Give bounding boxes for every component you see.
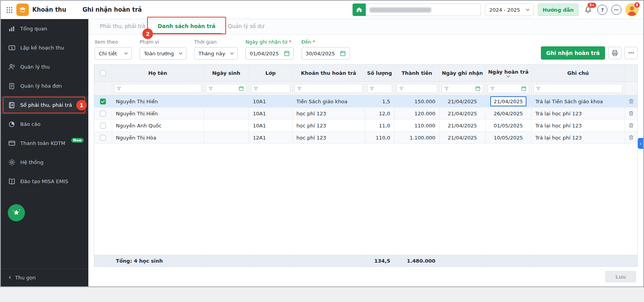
row-checkbox[interactable]: [100, 123, 106, 129]
row-checkbox[interactable]: [100, 111, 106, 117]
filter-date-to: Đến * 30/04/2025: [302, 39, 350, 60]
notification-badge: 3+: [587, 2, 597, 8]
scope-select[interactable]: Toàn trường: [140, 47, 186, 60]
cell-birth-date: [204, 95, 249, 107]
save-button[interactable]: Lưu: [605, 271, 636, 283]
record-refund-button[interactable]: Ghi nhận hoàn trả: [541, 46, 605, 60]
filter-input-ngay-sinh[interactable]: [206, 84, 247, 93]
table-filter-row: [94, 82, 637, 95]
table-row[interactable]: Nguyễn Anh Quốc 10A1 học phí 123 11,0 11…: [94, 120, 637, 132]
col-khoan-thu-hoan-tra: Khoản thu hoàn trả: [293, 65, 365, 81]
cell-class: 10A1: [249, 120, 293, 131]
question-mark-button[interactable]: ?: [597, 5, 607, 15]
cell-class: 10A1: [249, 95, 293, 107]
filter-label: Thời gian: [194, 39, 238, 45]
sidebar-item-label: Hệ thống: [20, 159, 44, 165]
tab-danh-sach-hoan-tra[interactable]: Danh sách hoàn trả 2: [151, 19, 221, 34]
filter-input-thanh-tien[interactable]: [397, 84, 437, 93]
school-year-select[interactable]: 2024 - 2025: [485, 4, 533, 16]
cell-record-date: 21/04/2025: [440, 95, 486, 107]
cell-refund-date[interactable]: 10/05/2025: [486, 132, 532, 143]
invoice-icon: [8, 82, 16, 90]
more-options-button[interactable]: ⋯: [611, 5, 621, 15]
avatar-badge: 5: [634, 2, 640, 8]
period-value: Tháng này: [198, 51, 225, 57]
filter-input-ngay-hoan-tra[interactable]: [488, 84, 529, 93]
app-launcher-icon[interactable]: [6, 7, 13, 13]
sidebar-item-so-phai-thu-phai-tra[interactable]: $ Sổ phải thu, phải trả 1: [1, 95, 88, 115]
sidebar-item-label: Báo cáo: [20, 121, 40, 127]
calendar-icon: [284, 50, 290, 57]
view-by-value: Chi tiết: [99, 51, 117, 57]
funnel-icon: [399, 87, 404, 91]
sidebar-item-lap-ke-hoach-thu[interactable]: $ Lập kế hoạch thu: [1, 38, 88, 57]
table-summary-row: Tổng: 4 học sinh 134,5 1.480.000: [94, 255, 637, 267]
cell-birth-date: [204, 132, 249, 143]
delete-row-icon[interactable]: [628, 98, 634, 104]
date-from-input[interactable]: 01/04/2025: [246, 47, 294, 60]
more-actions-button[interactable]: ⋯: [625, 47, 638, 59]
date-to-value: 30/04/2025: [306, 51, 335, 57]
sidebar-item-thanh-toan-kdtm[interactable]: Thanh toán KDTM New: [1, 134, 88, 153]
sidebar-item-quan-ly-thu[interactable]: $ Quản lý thu: [1, 57, 88, 76]
table-row[interactable]: Nguyễn Thị Hiển 10A1 Tiền Sách giáo khoa…: [94, 95, 637, 108]
tab-label: Quản lý số dư: [228, 23, 264, 29]
banknote-icon: $: [8, 44, 16, 52]
filter-date-from: Ngày ghi nhận từ * 01/04/2025: [246, 39, 294, 60]
col-thanh-tien: Thành tiền: [395, 65, 440, 81]
period-select[interactable]: Tháng này: [194, 47, 238, 60]
row-checkbox[interactable]: [100, 135, 106, 141]
sidebar-item-he-thong[interactable]: Hệ thống: [1, 153, 88, 172]
view-by-select[interactable]: Chi tiết: [95, 47, 132, 60]
filter-input-ngay-ghi-nhan[interactable]: [442, 84, 483, 93]
brand-logo-icon[interactable]: [16, 4, 29, 16]
school-search-input[interactable]: [366, 4, 481, 16]
chevron-down-icon: [230, 52, 234, 55]
sidebar-item-quan-ly-hoa-don[interactable]: Quản lý hóa đơn: [1, 76, 88, 95]
filter-label: Đến *: [302, 39, 350, 45]
bar-chart-icon: [8, 25, 16, 33]
cell-name: Nguyễn Thị Hòa: [112, 132, 204, 143]
filter-input-ho-ten[interactable]: [114, 84, 202, 93]
delete-row-icon[interactable]: [628, 110, 634, 117]
print-button[interactable]: [608, 47, 621, 59]
tab-quan-ly-so-du[interactable]: Quản lý số dư: [222, 19, 270, 34]
date-to-input[interactable]: 30/04/2025: [302, 47, 350, 60]
sidebar-item-tong-quan[interactable]: Tổng quan: [1, 19, 88, 38]
table-row[interactable]: Nguyễn Thị Hòa 12A1 học phí 123 110,0 1.…: [94, 132, 637, 144]
sidebar-item-dao-tao-misa-emis[interactable]: Đào tạo MISA EMIS: [1, 172, 88, 191]
cell-birth-date: [204, 120, 249, 131]
home-icon[interactable]: [353, 4, 366, 16]
sidebar-nav: Tổng quan $ Lập kế hoạch thu $ Quản lý t…: [1, 19, 88, 286]
table-row[interactable]: Nguyễn Thị Hiển 10A1 học phí 123 12,0 12…: [94, 108, 637, 120]
svg-text:$: $: [11, 46, 12, 50]
filter-label: Ngày ghi nhận từ *: [246, 39, 294, 45]
col-ngay-hoan-tra[interactable]: Ngày hoàn trả: [486, 65, 532, 81]
cell-amount: 1.100.000: [395, 132, 440, 143]
cell-refund-date[interactable]: 26/04/2025: [486, 108, 532, 119]
sidebar-item-label: Lập kế hoạch thu: [20, 45, 64, 51]
cell-note: Trả lại học phí 123: [532, 120, 625, 131]
filter-input-ghi-chu[interactable]: [533, 84, 623, 93]
delete-row-icon[interactable]: [628, 122, 634, 129]
delete-row-icon[interactable]: [628, 134, 634, 141]
filter-input-khoan-thu[interactable]: [295, 84, 363, 93]
promo-star-button[interactable]: [8, 204, 25, 221]
right-panel-toggle[interactable]: ‹: [638, 138, 643, 149]
sidebar-item-bao-cao[interactable]: Báo cáo: [1, 115, 88, 134]
filter-input-lop[interactable]: [251, 84, 290, 93]
user-avatar[interactable]: 5: [625, 3, 639, 16]
select-all-checkbox[interactable]: [100, 70, 106, 76]
chevron-left-icon: ‹: [9, 274, 11, 281]
sidebar-collapse-button[interactable]: ‹ Thu gọn: [1, 268, 88, 286]
filter-input-so-luong[interactable]: [367, 84, 392, 93]
guide-button[interactable]: Hướng dẫn: [538, 4, 579, 16]
open-book-icon: [8, 178, 16, 185]
refund-date-input[interactable]: 21/04/2025: [490, 96, 526, 106]
notification-bell-icon[interactable]: 3+: [583, 4, 593, 15]
cell-refund-date[interactable]: 01/05/2025: [486, 120, 532, 131]
row-checkbox[interactable]: [100, 99, 106, 104]
tab-label: Danh sách hoàn trả: [158, 23, 215, 29]
funnel-icon: [536, 87, 540, 91]
table-actions: Ghi nhận hoàn trả ⋯: [541, 46, 638, 60]
